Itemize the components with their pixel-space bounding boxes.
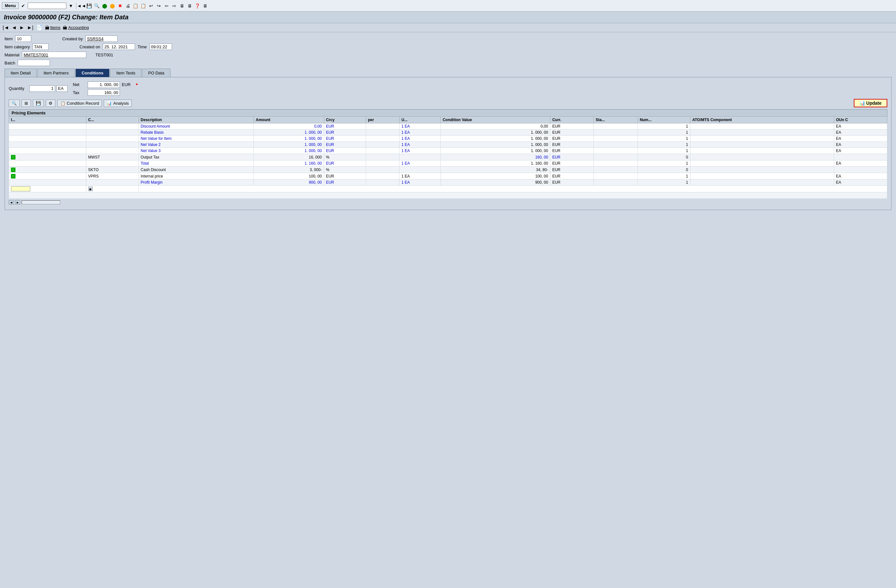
first-nav-icon[interactable]: |◄: [3, 25, 9, 30]
cell-amount: 3, 000-: [254, 166, 324, 173]
cell-per: [366, 154, 399, 160]
item-input[interactable]: [15, 35, 31, 42]
print-icon[interactable]: 🖨: [125, 3, 131, 9]
cell-description: Rebate Basis: [139, 129, 254, 136]
tab-po-data[interactable]: PO Data: [142, 69, 171, 77]
menu-button[interactable]: Menu: [2, 2, 19, 9]
analysis-icon: 📊: [107, 101, 112, 106]
cell-c: [86, 160, 139, 166]
cell-cv: 1. 000, 00: [440, 136, 550, 142]
quantity-input[interactable]: [29, 85, 55, 92]
cell-u: 1 EA: [399, 160, 440, 166]
cell-per: [366, 160, 399, 166]
tab-item-detail[interactable]: Item Detail: [5, 69, 37, 77]
cell-num: 1: [638, 142, 690, 148]
batch-input[interactable]: [18, 59, 50, 66]
cell-num: 1: [638, 173, 690, 180]
update-button[interactable]: 📊 Update: [854, 99, 887, 107]
tab-item-partners[interactable]: Item Partners: [37, 69, 75, 77]
cell-num: 0: [638, 154, 690, 160]
next-nav-icon[interactable]: ►: [19, 25, 24, 30]
quantity-group: Quantity EA: [9, 85, 68, 92]
cell-crcy: EUR: [324, 129, 366, 136]
icon-btn-2[interactable]: ⊞: [21, 99, 31, 107]
condition-record-button[interactable]: 📋 Condition Record: [57, 99, 102, 107]
items-nav-label[interactable]: Items: [50, 25, 61, 30]
cell-per: [366, 180, 399, 186]
cell-amount: 1. 000, 00: [254, 129, 324, 136]
table-row: Discount Amount 0,00 EUR 1 EA 0,00 EUR 1…: [9, 123, 887, 129]
cell-sta: [593, 142, 638, 148]
save-icon[interactable]: 💾: [86, 3, 93, 9]
time-input[interactable]: [149, 44, 172, 50]
cell-u: [399, 166, 440, 173]
tab-item-texts[interactable]: Item Texts: [110, 69, 142, 77]
item-category-input[interactable]: [32, 44, 49, 50]
table-row: Net Value for Item 1. 000, 00 EUR 1 EA 1…: [9, 136, 887, 142]
stop1-icon[interactable]: ⬤: [102, 3, 108, 9]
cell-cv: 34, 80-: [440, 166, 550, 173]
cell-crcy: EUR: [324, 173, 366, 180]
item-category-label: Item category: [5, 44, 30, 49]
created-on-input[interactable]: [103, 44, 135, 50]
nav1-icon[interactable]: ⇦: [163, 3, 170, 9]
table-cell-icon[interactable]: ▣: [88, 187, 93, 191]
tax-row: Tax: [73, 89, 138, 96]
check-icon[interactable]: ✔: [20, 3, 26, 9]
last-nav-icon[interactable]: ►|: [27, 25, 34, 30]
cell-crcy: EUR: [324, 160, 366, 166]
redo-icon[interactable]: ↪: [155, 3, 162, 9]
update-label: Update: [866, 101, 881, 106]
icon-btn-4[interactable]: ⚙: [46, 99, 55, 107]
table-row: □ SKTO Cash Discount 3, 000- % 34, 80- E…: [9, 166, 887, 173]
command-input[interactable]: [28, 3, 66, 9]
search1-icon[interactable]: 🔍: [94, 3, 100, 9]
tab-conditions[interactable]: Conditions: [75, 69, 110, 77]
accounting-nav-label[interactable]: Accounting: [68, 25, 88, 30]
nav2-icon[interactable]: ⇨: [171, 3, 178, 9]
stop3-icon[interactable]: ✖: [117, 3, 123, 9]
created-by-input[interactable]: [85, 35, 117, 42]
items-nav-icon: 🏔: [45, 25, 49, 30]
net-input[interactable]: [88, 82, 120, 88]
analysis-button[interactable]: 📊 Analysis: [104, 99, 131, 107]
items-nav-link[interactable]: 🏔 Items: [45, 25, 61, 30]
net-label: Net: [73, 82, 86, 87]
screen2-icon[interactable]: 🖥: [187, 3, 193, 9]
cell-c: MWST: [86, 154, 139, 160]
table-row: Net Value 2 1. 000, 00 EUR 1 EA 1. 000, …: [9, 142, 887, 148]
col-ato: ATO/MTS Component: [690, 117, 834, 123]
back-icon[interactable]: ◄◄: [78, 3, 85, 9]
tax-input[interactable]: [88, 89, 120, 96]
scroll-right-btn[interactable]: ►: [15, 200, 20, 204]
accounting-nav-link[interactable]: 🏔 Accounting: [63, 25, 88, 30]
page-title: Invoice 90000000 (F2) Change: Item Data: [0, 12, 896, 23]
prev-nav-icon[interactable]: ◄: [12, 25, 17, 30]
icon-btn-1[interactable]: 🔍: [9, 99, 20, 107]
material-input[interactable]: [22, 52, 86, 58]
main-content: Item Created by Item category Created on…: [0, 32, 896, 213]
cell-description: Profit Margin: [139, 180, 254, 186]
help-icon[interactable]: ❓: [194, 3, 201, 9]
scroll-track[interactable]: [21, 200, 60, 204]
cell-cv: 160, 00: [440, 154, 550, 160]
copy2-icon[interactable]: 📋: [140, 3, 146, 9]
undo-icon[interactable]: ↩: [148, 3, 154, 9]
cell-crcy: EUR: [324, 148, 366, 154]
stop2-icon[interactable]: ⬤: [109, 3, 116, 9]
cell-crcy: %: [324, 154, 366, 160]
scroll-left-btn[interactable]: ◄: [9, 200, 14, 204]
copy1-icon[interactable]: 📋: [133, 3, 139, 9]
icon-btn-3[interactable]: 💾: [33, 99, 44, 107]
table-row: Total 1. 160, 00 EUR 1 EA 1. 160, 00 EUR…: [9, 160, 887, 166]
cell-num: 0: [638, 166, 690, 173]
row-input[interactable]: [11, 186, 30, 191]
cell-oun: [834, 154, 887, 160]
nav-bar: |◄ ◄ ► ►| 📄 🏔 Items 🏔 Accounting: [0, 23, 896, 32]
screen1-icon[interactable]: 🖥: [179, 3, 185, 9]
copy-nav-icon[interactable]: 📄: [36, 24, 43, 30]
screen3-icon[interactable]: 🖥: [202, 3, 209, 9]
cell-description: Output Tax: [139, 154, 254, 160]
cell-per: [366, 173, 399, 180]
dropdown-arrow-icon[interactable]: ▼: [68, 3, 74, 9]
